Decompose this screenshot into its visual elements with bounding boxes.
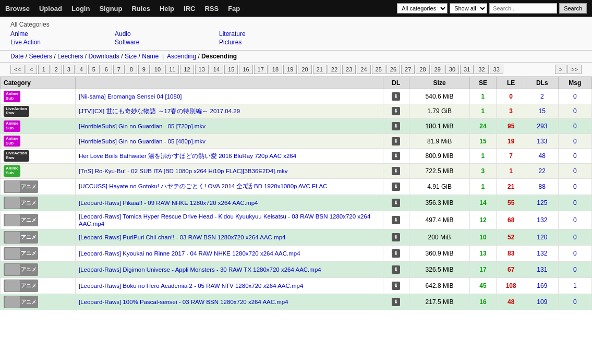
pag-22[interactable]: 22 (328, 65, 341, 74)
search-button[interactable]: Search (559, 3, 587, 14)
torrent-link[interactable]: Her Love Boils Bathwater 湯を沸かすほどの熱い愛 201… (79, 153, 296, 159)
pag-13[interactable]: 13 (195, 65, 209, 74)
pag-21[interactable]: 21 (313, 65, 327, 74)
torrent-link[interactable]: [Leopard-Raws] 100% Pascal-sensei - 03 R… (79, 299, 288, 305)
torrent-link[interactable]: [JTV][CX] 世にも奇妙な物語 ～17春の特別編～ 2017.04.29 (79, 108, 240, 114)
download-icon[interactable]: ⬇ (392, 233, 400, 241)
pag-14[interactable]: 14 (210, 65, 223, 74)
pag-8[interactable]: 8 (126, 65, 137, 74)
pag-11[interactable]: 11 (165, 65, 179, 74)
pag-23[interactable]: 23 (342, 65, 356, 74)
cell-name: [TnS] Ro-Kyu-Bu! - 02 SUB ITA [BD 1080p … (75, 163, 383, 178)
pag-26[interactable]: 26 (386, 65, 400, 74)
download-icon[interactable]: ⬇ (392, 92, 400, 101)
pag-7[interactable]: 7 (113, 65, 125, 74)
nav-browse[interactable]: Browse (5, 5, 30, 13)
pag-19[interactable]: 19 (283, 65, 297, 74)
nav-signup[interactable]: Signup (99, 5, 122, 13)
show-select[interactable]: Show all (450, 3, 487, 14)
download-icon[interactable]: ⬇ (392, 282, 400, 290)
pag-16[interactable]: 16 (239, 65, 252, 74)
pag-next[interactable]: > (555, 65, 566, 74)
pag-2[interactable]: 2 (51, 65, 62, 74)
cell-category: AnimeSub (1, 89, 76, 104)
download-icon[interactable]: ⬇ (392, 137, 400, 145)
badge-animeraw: アニメ (4, 231, 38, 244)
nav-rules[interactable]: Rules (131, 5, 150, 13)
pag-15[interactable]: 15 (224, 65, 238, 74)
download-icon[interactable]: ⬇ (392, 152, 400, 160)
cat-software[interactable]: Software (115, 39, 219, 46)
nav-help[interactable]: Help (160, 5, 174, 13)
pag-prev[interactable]: < (26, 65, 37, 74)
pag-33[interactable]: 33 (490, 65, 503, 74)
cat-liveaction[interactable]: Live Action (10, 39, 115, 46)
download-icon[interactable]: ⬇ (392, 199, 400, 207)
download-icon[interactable]: ⬇ (392, 183, 400, 191)
pag-30[interactable]: 30 (445, 65, 459, 74)
sort-name[interactable]: Name (142, 53, 159, 60)
pag-last[interactable]: >> (567, 65, 582, 74)
pag-27[interactable]: 27 (401, 65, 415, 74)
nav-login[interactable]: Login (71, 5, 90, 13)
nav-fap[interactable]: Fap (228, 5, 240, 13)
cat-anime[interactable]: Anime (10, 30, 115, 38)
cell-le: 7 (496, 149, 526, 164)
pag-18[interactable]: 18 (269, 65, 282, 74)
pag-6[interactable]: 6 (101, 65, 112, 74)
pag-31[interactable]: 31 (460, 65, 474, 74)
pag-17[interactable]: 17 (254, 65, 268, 74)
sort-descending[interactable]: Descending (201, 53, 237, 60)
download-icon[interactable]: ⬇ (392, 249, 400, 258)
sort-leechers[interactable]: Leechers (57, 53, 83, 60)
torrent-link[interactable]: [Leopard-Raws] Digimon Universe - Appli … (79, 266, 321, 273)
pag-12[interactable]: 12 (180, 65, 194, 74)
torrent-link[interactable]: [TnS] Ro-Kyu-Bu! - 02 SUB ITA [BD 1080p … (79, 168, 288, 174)
torrent-link[interactable]: [Nii-sama] Eromanga Sensei 04 [1080] (79, 93, 182, 100)
cell-msg: 0 (558, 163, 591, 178)
pag-24[interactable]: 24 (357, 65, 370, 74)
all-categories-link[interactable]: All Categories (10, 21, 582, 28)
torrent-link[interactable]: [Leopard-Raws] Tomica Hyper Rescue Drive… (79, 213, 370, 227)
torrent-link[interactable]: [Leopard-Raws] Pikaia!! - 09 RAW NHKE 12… (79, 200, 258, 206)
pag-29[interactable]: 29 (431, 65, 444, 74)
pag-25[interactable]: 25 (372, 65, 385, 74)
torrent-link[interactable]: [HorribleSubs] Gin no Guardian - 05 [480… (79, 138, 206, 144)
download-icon[interactable]: ⬇ (392, 216, 400, 224)
cell-name: [JTV][CX] 世にも奇妙な物語 ～17春の特別編～ 2017.04.29 (75, 104, 383, 119)
pag-5[interactable]: 5 (88, 65, 100, 74)
pag-28[interactable]: 28 (416, 65, 429, 74)
nav-upload[interactable]: Upload (39, 5, 62, 13)
pag-10[interactable]: 10 (151, 65, 164, 74)
download-icon[interactable]: ⬇ (392, 167, 400, 175)
torrent-link[interactable]: [UCCUSS] Hayate no Gotoku! ハヤテのごとく! OVA … (79, 183, 327, 189)
category-select[interactable]: All categories (397, 3, 448, 14)
cell-dls: 169 (526, 277, 558, 294)
download-icon[interactable]: ⬇ (392, 298, 400, 306)
torrent-link[interactable]: [HorribleSubs] Gin no Guardian - 05 [720… (79, 123, 206, 129)
sort-date[interactable]: Date (10, 53, 23, 60)
nav-irc[interactable]: IRC (184, 5, 195, 13)
sort-seeders[interactable]: Seeders (29, 53, 52, 60)
pag-first[interactable]: << (10, 65, 25, 74)
sort-downloads[interactable]: Downloads (88, 53, 119, 60)
pag-3[interactable]: 3 (63, 65, 75, 74)
pag-1[interactable]: 1 (38, 65, 50, 74)
torrent-link[interactable]: [Leopard-Raws] Boku no Hero Academia 2 -… (79, 283, 303, 289)
download-icon[interactable]: ⬇ (392, 107, 400, 115)
pag-4[interactable]: 4 (76, 65, 87, 74)
torrent-link[interactable]: [Leopard-Raws] Kyoukai no Rinne 2017 - 0… (79, 250, 300, 257)
sort-size[interactable]: Size (125, 53, 137, 60)
sort-ascending[interactable]: Ascending (167, 53, 196, 60)
cat-audio[interactable]: Audio (115, 30, 219, 38)
cat-pictures[interactable]: Pictures (219, 39, 323, 46)
pag-20[interactable]: 20 (298, 65, 311, 74)
cat-literature[interactable]: Literature (219, 30, 323, 38)
search-input[interactable] (489, 3, 557, 14)
pag-9[interactable]: 9 (138, 65, 150, 74)
download-icon[interactable]: ⬇ (392, 265, 400, 274)
pag-32[interactable]: 32 (475, 65, 488, 74)
torrent-link[interactable]: [Leopard-Raws] PuriPuri Chii-chan!! - 03… (79, 234, 286, 240)
nav-rss[interactable]: RSS (204, 5, 219, 13)
download-icon[interactable]: ⬇ (392, 122, 400, 130)
